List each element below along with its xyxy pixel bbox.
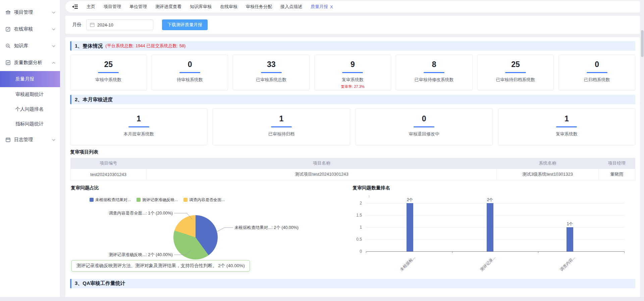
stat-underline [128, 126, 149, 127]
stat-value: 0 [559, 60, 635, 69]
stat-underline [98, 72, 119, 73]
stat-card-pending-review: 0 待审核系统数 [152, 55, 228, 90]
y-tick-label: 0 [352, 249, 362, 254]
sidebar-subitem-review-overdue-stats[interactable]: 审核超期统计 [0, 87, 60, 102]
sidebar-item-knowledge-base[interactable]: 知识库 [0, 38, 60, 54]
pie-label-not-based-on-check: 未根据检查结果对...: 2个 (40.00%) [234, 225, 299, 230]
chevron-down-icon [52, 28, 55, 31]
table-row: test202410301243 测试项目test202410301243 测试… [70, 169, 635, 180]
cell-project-id: test202410301243 [70, 169, 147, 180]
bar-value-label: 2个 [403, 197, 417, 203]
bar-not-based-on-check[interactable] [407, 203, 413, 251]
stat-label: 已审核系统总数 [233, 77, 309, 83]
sidebar-subitem-personal-issue-ranking[interactable]: 个人问题排名 [0, 102, 60, 117]
cell-project-name: 测试项目test202410301243 [147, 169, 497, 180]
month-picker[interactable] [86, 19, 153, 30]
stat-value: 9 [315, 60, 391, 69]
horizontal-scrollbar[interactable] [0, 297, 644, 301]
stat-label: 已归档系统数 [559, 77, 635, 83]
stat-value: 33 [233, 60, 309, 69]
bar-survey-content[interactable] [567, 227, 573, 251]
tab-knowledge-review[interactable]: 知识库审核 [190, 4, 212, 10]
sidebar-item-log-management[interactable]: 日志管理 [0, 131, 60, 148]
stat-card-reviewed-total: 33 已审核系统总数 [233, 55, 310, 90]
legend-label: 调查内容是否全面... [189, 197, 225, 203]
chevron-down-icon [52, 11, 55, 14]
tab-online-review[interactable]: 在线审核 [220, 4, 237, 10]
month-progress-card-row: 1 本月提审系统数 1 已审核待归档 0 审核退回修改中 1 复 [70, 108, 635, 145]
stat-label: 待审核系统数 [152, 77, 228, 83]
stat-label: 复审系统数 [315, 77, 391, 83]
edit-icon [5, 26, 11, 32]
report-content: 1、整体情况 (平台系统总数: 1944 已提交系统总数: 58) 25 审核中… [65, 37, 640, 301]
stat-underline [261, 72, 282, 73]
month-input[interactable] [97, 22, 148, 27]
sidebar-subitem-indicator-issue-stats[interactable]: 指标问题统计 [0, 117, 60, 131]
stat-underline [342, 72, 363, 73]
stat-card-reviewing: 25 审核中系统数 [70, 55, 147, 90]
close-icon[interactable]: X [330, 4, 333, 9]
section-1-title: 1、整体情况 [75, 43, 103, 49]
stat-label: 已审核待修改系统数 [396, 77, 472, 83]
stat-underline [271, 126, 292, 127]
vertical-scrollbar-thumb[interactable] [641, 30, 644, 57]
tab-unit-management[interactable]: 单位管理 [129, 4, 147, 10]
charts-gap [291, 184, 352, 277]
review-table-title: 复审项目列表 [70, 149, 635, 155]
sidebar-item-label: 日志管理 [14, 137, 33, 143]
collapse-menu-icon[interactable] [72, 4, 78, 9]
legend-item[interactable]: 测评记录准确反映... [137, 197, 178, 203]
legend-item[interactable]: 未根据检查结果对... [90, 197, 131, 203]
rereview-rate: 复审率: 27.3% [315, 84, 391, 89]
sidebar-item-label: 质量数据分析 [14, 60, 42, 66]
stat-label: 已审核待归档 [213, 131, 350, 137]
tab-review-task-assignment[interactable]: 审核任务分配 [246, 4, 272, 10]
y-tick-label: 2 [352, 201, 362, 205]
tab-evaluation-progress[interactable]: 测评进度查看 [155, 4, 181, 10]
section-1-stats-note: (平台系统总数: 1944 已提交系统总数: 58) [105, 43, 185, 49]
pie-chart-rereview-issue-share: 复审问题占比 未根据检查结果对... 测评记录准确反映... 调查内容是否 [70, 184, 291, 277]
stat-label: 审核中系统数 [70, 77, 147, 83]
stat-value: 1 [498, 114, 635, 123]
sidebar: 项目管理 在线审核 知识库 [0, 0, 60, 301]
sidebar-subitem-label: 个人问题排名 [15, 106, 44, 112]
vertical-scrollbar[interactable] [641, 30, 644, 297]
pie-tooltip: 测评记录准确反映测评方法、测评对象及测评结果，支持符合性判断。 2个 (40.0… [71, 260, 250, 272]
sidebar-subitem-label: 审核超期统计 [15, 92, 44, 98]
legend-item[interactable]: 调查内容是否全面... [183, 197, 225, 203]
tab-home[interactable]: 主页 [87, 4, 95, 10]
col-system-name: 系统名称 [497, 158, 598, 169]
legend-swatch [90, 198, 94, 202]
y-axis-arrow: ↑ [368, 194, 370, 199]
y-tick-label: 1 [352, 225, 362, 230]
col-project-id: 项目编号 [70, 158, 147, 169]
tab-project-management[interactable]: 项目管理 [104, 4, 121, 10]
active-tab-label: 质量月报 [311, 4, 328, 10]
chevron-down-icon [52, 139, 55, 141]
download-report-button[interactable]: 下载测评质量月报 [162, 19, 208, 30]
legend-swatch [137, 198, 141, 202]
stat-underline [414, 126, 434, 127]
pie-chart-title: 复审问题占比 [71, 185, 99, 191]
x-axis-line [366, 251, 624, 252]
y-tick-label: 1.5 [352, 213, 362, 218]
stat-underline [424, 72, 444, 73]
sidebar-item-online-review[interactable]: 在线审核 [0, 21, 60, 38]
pie-graphic[interactable] [173, 215, 218, 259]
sidebar-subitem-label: 指标问题统计 [15, 121, 44, 127]
stat-card-pending-modification: 8 已审核待修改系统数 [396, 55, 473, 90]
gridline [366, 239, 624, 240]
stat-value: 1 [70, 114, 207, 123]
bar-eval-record[interactable] [487, 203, 493, 251]
x-tickmark [366, 251, 366, 253]
tab-access-point-description[interactable]: 接入点描述 [280, 4, 302, 10]
pie-legend: 未根据检查结果对... 测评记录准确反映... 调查内容是否全面... [90, 197, 225, 203]
top-tab-bar: 主页 项目管理 单位管理 测评进度查看 知识库审核 在线审核 审核任务分配 接入… [65, 1, 640, 12]
sidebar-item-project-management[interactable]: 项目管理 [0, 4, 60, 21]
sidebar-subitem-quality-monthly-report[interactable]: 质量月报 [0, 71, 60, 87]
stat-card-archived: 0 已归档系统数 [558, 55, 635, 90]
cell-system-name: 测试3级系统test10301323 [497, 169, 598, 180]
tab-quality-monthly-report-active[interactable]: 质量月报 X [311, 4, 333, 10]
sidebar-item-quality-data-analysis[interactable]: 质量数据分析 [0, 54, 60, 71]
gridline [366, 227, 624, 228]
